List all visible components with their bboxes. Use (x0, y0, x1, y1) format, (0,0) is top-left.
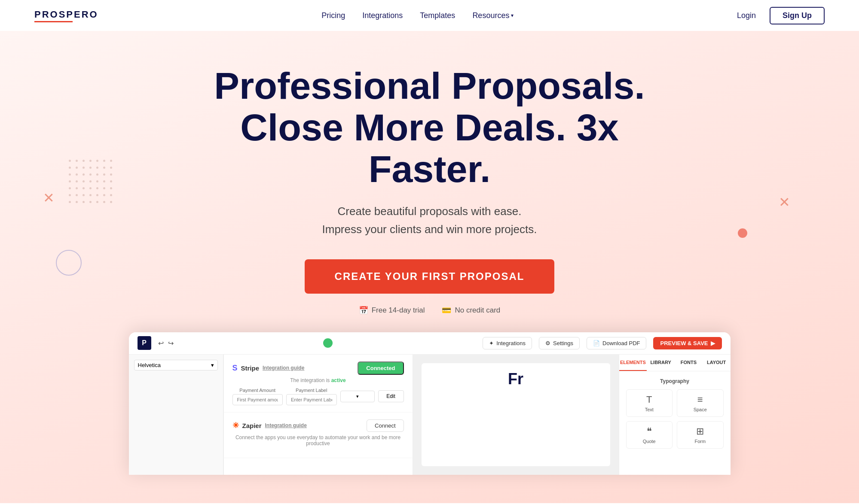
element-quote[interactable]: ❝ Quote (626, 421, 673, 449)
tab-fonts[interactable]: FONTS (675, 355, 703, 371)
logo[interactable]: PROSPERO (34, 9, 98, 22)
nav-pricing[interactable]: Pricing (321, 11, 345, 20)
zapier-header: ✳ Zapier Integration guide Connect (232, 419, 404, 432)
hero-subtext-1: Create beautiful proposals with ease. (338, 205, 522, 218)
deco-x-left: ✕ (43, 190, 55, 206)
trust-badges: 📅 Free 14-day trial 💳 No credit card (17, 306, 842, 315)
text-icon: T (631, 394, 668, 405)
nav-links: Pricing Integrations Templates Resources… (321, 11, 514, 20)
space-icon: ≡ (682, 394, 719, 405)
zapier-icon: ✳ (232, 421, 239, 430)
app-topbar-left: P ↩ ↪ (138, 336, 174, 350)
nav-resources[interactable]: Resources ▾ (472, 11, 514, 20)
font-select[interactable]: Helvetica ▾ (134, 360, 218, 370)
payment-label-field: Payment Label (286, 388, 337, 405)
undo-icon[interactable]: ↩ (158, 339, 164, 347)
integrations-icon: ✦ (489, 340, 494, 346)
preview-text: Fr (508, 370, 523, 388)
payment-select[interactable]: ▾ (340, 391, 375, 402)
tab-layout[interactable]: LAYOUT (703, 355, 731, 371)
tab-elements[interactable]: ELEMENTS (619, 355, 647, 371)
nav-login[interactable]: Login (737, 11, 756, 20)
nav-templates[interactable]: Templates (420, 11, 455, 20)
preview-save-button[interactable]: PREVIEW & SAVE ▶ (653, 337, 721, 349)
element-text[interactable]: T Text (626, 389, 673, 417)
zapier-guide[interactable]: Integration guide (265, 422, 307, 428)
deco-dot-orange (738, 228, 747, 238)
deco-dots-left (69, 160, 113, 204)
credit-card-icon: 💳 (442, 306, 451, 315)
logo-underline (34, 21, 73, 22)
app-right-panel: ELEMENTS LIBRARY FONTS LAYOUT Typography… (619, 355, 731, 475)
quote-label: Quote (631, 439, 668, 444)
stripe-name: Stripe (241, 364, 260, 372)
hero-headline: Professional Proposals. Close More Deals… (193, 65, 666, 190)
gear-icon: ⚙ (545, 340, 550, 346)
quote-icon: ❝ (631, 426, 668, 437)
stripe-guide[interactable]: Integration guide (263, 365, 304, 371)
payment-amount-input[interactable] (232, 394, 283, 405)
stripe-fields: Payment Amount Payment Label ▾ Edit (232, 388, 404, 405)
panel-elements-grid: T Text ≡ Space ❝ Quote ⊞ (626, 389, 724, 449)
stripe-edit-button[interactable]: Edit (378, 390, 404, 402)
settings-button[interactable]: ⚙ Settings (539, 337, 580, 349)
space-label: Space (682, 407, 719, 412)
font-name: Helvetica (138, 362, 161, 368)
app-integrations-panel: S Stripe Integration guide Connected The… (223, 355, 413, 475)
hero-subtext: Create beautiful proposals with ease. Im… (279, 203, 580, 238)
cta-button[interactable]: CREATE YOUR FIRST PROPOSAL (305, 259, 555, 294)
navbar: PROSPERO Pricing Integrations Templates … (0, 0, 859, 31)
zapier-status: Connect the apps you use everyday to aut… (232, 434, 404, 446)
app-body: Helvetica ▾ S Stripe Integration guide C… (129, 355, 731, 475)
app-nav-icons: ↩ ↪ (158, 339, 174, 347)
hero-headline-2: Close More Deals. 3x Faster. (240, 106, 618, 190)
chevron-down-icon: ▾ (511, 12, 514, 18)
download-button[interactable]: 📄 Download PDF (587, 337, 646, 349)
stripe-connected-button[interactable]: Connected (358, 361, 404, 375)
panel-tabs: ELEMENTS LIBRARY FONTS LAYOUT (619, 355, 731, 371)
play-icon: ▶ (711, 340, 715, 346)
app-status-dot (323, 338, 333, 348)
element-space[interactable]: ≡ Space (677, 389, 724, 417)
trial-text: Free 14-day trial (372, 306, 425, 315)
app-left-sidebar: Helvetica ▾ (129, 355, 223, 475)
stripe-integration: S Stripe Integration guide Connected The… (224, 355, 413, 413)
app-main-preview: Fr (422, 363, 610, 466)
hero-headline-1: Professional Proposals. (214, 64, 645, 107)
app-logo-box[interactable]: P (138, 336, 151, 350)
payment-label-label: Payment Label (286, 388, 337, 393)
font-dropdown-icon: ▾ (211, 362, 214, 368)
integrations-button[interactable]: ✦ Integrations (483, 337, 532, 349)
app-topbar-right: ✦ Integrations ⚙ Settings 📄 Download PDF… (483, 337, 721, 349)
payment-amount-field: Payment Amount (232, 388, 283, 405)
zapier-connect-button[interactable]: Connect (367, 419, 404, 432)
stripe-header: S Stripe Integration guide Connected (232, 361, 404, 375)
stripe-icon: S (232, 364, 238, 373)
nav-integrations[interactable]: Integrations (362, 11, 403, 20)
nav-signup[interactable]: Sign Up (770, 7, 825, 24)
nav-right: Login Sign Up (737, 7, 825, 24)
form-icon: ⊞ (682, 426, 719, 437)
zapier-name: Zapier (242, 422, 262, 429)
stripe-status: The integration is active (232, 377, 404, 383)
payment-label-input[interactable] (286, 394, 337, 405)
hero-section: ✕ ✕ Professional Proposals. Close More D… (0, 31, 859, 503)
app-topbar: P ↩ ↪ ✦ Integrations ⚙ Settings 📄 D (129, 332, 731, 355)
deco-x-right: ✕ (779, 194, 790, 210)
deco-circle (56, 250, 82, 276)
tab-library[interactable]: LIBRARY (647, 355, 675, 371)
calendar-icon: 📅 (359, 306, 368, 315)
panel-body: Typography T Text ≡ Space ❝ Quote (619, 371, 731, 455)
redo-icon[interactable]: ↪ (168, 339, 174, 347)
no-cc-badge: 💳 No credit card (442, 306, 500, 315)
amount-label: Payment Amount (232, 388, 283, 393)
logo-text: PROSPERO (34, 9, 98, 20)
download-icon: 📄 (593, 340, 600, 346)
hero-subtext-2: Impress your clients and win more projec… (322, 223, 537, 236)
form-label: Form (682, 439, 719, 444)
element-form[interactable]: ⊞ Form (677, 421, 724, 449)
trial-badge: 📅 Free 14-day trial (359, 306, 425, 315)
no-cc-text: No credit card (455, 306, 500, 315)
zapier-integration: ✳ Zapier Integration guide Connect Conne… (224, 413, 413, 458)
typography-title: Typography (626, 378, 724, 384)
